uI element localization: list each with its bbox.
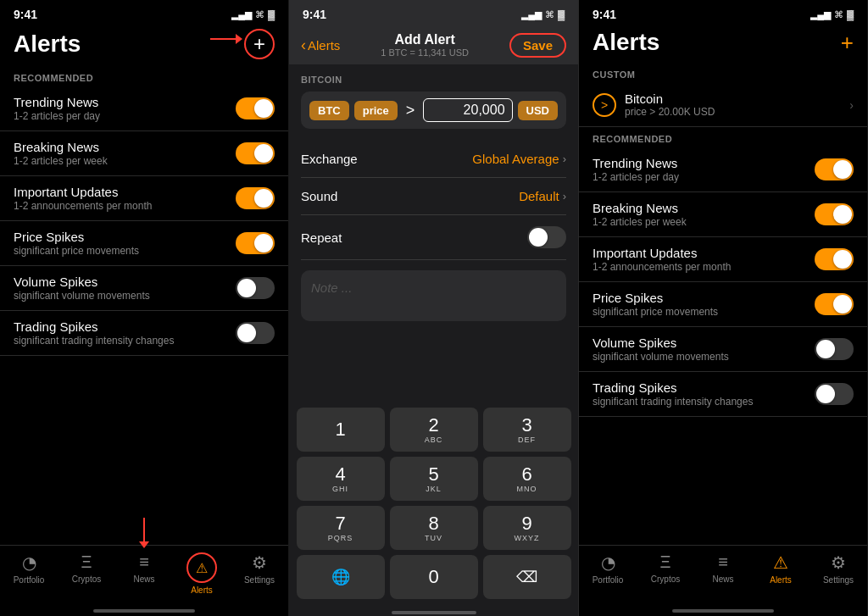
chevron-left-icon: ‹ (301, 36, 306, 54)
toggle-breaking-news-right[interactable] (815, 203, 854, 225)
toggle-trending-news[interactable] (236, 97, 275, 119)
left-panel: 9:41 ▂▄▆ ⌘ ▓ Alerts RECOMMENDED Trending… (0, 0, 289, 616)
home-indicator-mid (392, 611, 476, 614)
alert-sub: 1-2 announcements per month (14, 200, 152, 212)
alert-item-trending-news: Trending News 1-2 articles per day (0, 86, 288, 131)
key-delete[interactable]: ⌫ (483, 555, 571, 599)
repeat-label: Repeat (301, 230, 342, 245)
toggle-price-spikes-right[interactable] (815, 293, 854, 315)
tab-label: Settings (244, 575, 275, 585)
alert-item-price-spikes-right: Price Spikes significant price movements (579, 282, 867, 327)
repeat-toggle[interactable] (527, 226, 566, 248)
keyboard-row-1: 1 2ABC 3DEF (294, 408, 573, 452)
alert-name: Important Updates (593, 246, 731, 260)
toggle-important-updates[interactable] (236, 187, 275, 209)
key-3[interactable]: 3DEF (483, 408, 571, 452)
key-0[interactable]: 0 (390, 555, 478, 599)
toggle-trading-spikes-right[interactable] (815, 383, 854, 405)
toggle-price-spikes[interactable] (236, 232, 275, 254)
alert-item-trading-spikes: Trading Spikes significant trading inten… (0, 311, 288, 356)
formula-value-input[interactable] (423, 98, 512, 122)
key-5[interactable]: 5JKL (390, 457, 478, 501)
alert-name: Price Spikes (14, 230, 139, 244)
alert-sub: significant trading intensity changes (593, 396, 753, 408)
tab-news-right[interactable]: ≡ News (694, 552, 752, 584)
keyboard-row-4: 🌐 0 ⌫ (294, 555, 573, 599)
alert-name: Trading Spikes (14, 319, 174, 334)
keyboard-row-2: 4GHI 5JKL 6MNO (294, 457, 573, 501)
time-mid: 9:41 (303, 8, 326, 21)
nav-bar-mid: ‹ Alerts Add Alert 1 BTC = 11,341 USD Sa… (289, 25, 578, 64)
add-button-right[interactable]: + (841, 30, 854, 56)
key-7[interactable]: 7PQRS (297, 506, 385, 550)
exchange-row[interactable]: Exchange Global Average › (301, 141, 566, 178)
formula-currency-tag[interactable]: USD (518, 101, 558, 120)
toggle-trading-spikes[interactable] (236, 322, 275, 344)
custom-bitcoin-item[interactable]: > Bitcoin price > 20.00K USD › (579, 83, 867, 127)
save-button[interactable]: Save (509, 33, 566, 58)
wifi-icon: ⌘ (255, 9, 264, 20)
alert-item-volume-spikes: Volume Spikes significant volume movemen… (0, 266, 288, 311)
nav-title-mid: Add Alert 1 BTC = 11,341 USD (340, 32, 509, 58)
tab-label: Portfolio (593, 575, 624, 585)
toggle-trending-news-right[interactable] (815, 158, 854, 180)
add-alert-button[interactable] (244, 29, 275, 59)
toggle-important-updates-right[interactable] (815, 248, 854, 270)
middle-panel: 9:41 ▂▄▆ ⌘ ▓ ‹ Alerts Add Alert 1 BTC = … (289, 0, 579, 616)
tab-news-left[interactable]: ≡ News (115, 552, 173, 584)
page-title-left: Alerts (14, 31, 81, 58)
cryptos-icon: Ξ (81, 552, 92, 572)
alert-name: Breaking News (593, 201, 687, 215)
key-4[interactable]: 4GHI (297, 457, 385, 501)
tab-label: News (133, 574, 154, 584)
greater-than-icon: > (601, 98, 608, 112)
sound-row[interactable]: Sound Default › (301, 178, 566, 215)
alert-sub: significant volume movements (593, 351, 729, 363)
nav-bar-left: Alerts (0, 25, 288, 66)
toggle-volume-spikes[interactable] (236, 277, 275, 299)
key-9[interactable]: 9WXYZ (483, 506, 571, 550)
tab-cryptos-right[interactable]: Ξ Cryptos (637, 552, 694, 584)
news-icon: ≡ (139, 552, 149, 572)
tab-settings-right[interactable]: ⚙ Settings (810, 552, 867, 585)
toggle-breaking-news[interactable] (236, 142, 275, 164)
key-globe[interactable]: 🌐 (297, 555, 385, 599)
home-indicator-right (672, 609, 774, 613)
note-field[interactable]: Note ... (301, 270, 566, 321)
tab-portfolio-left[interactable]: ◔ Portfolio (0, 552, 58, 585)
alert-name: Volume Spikes (14, 275, 150, 289)
alert-list-right: Trending News 1-2 articles per day Break… (579, 147, 867, 545)
back-button[interactable]: ‹ Alerts (301, 36, 340, 54)
back-label: Alerts (308, 38, 340, 53)
custom-section-header: CUSTOM (579, 63, 867, 83)
alert-item-price-spikes: Price Spikes significant price movements (0, 221, 288, 266)
key-8[interactable]: 8TUV (390, 506, 478, 550)
exchange-label: Exchange (301, 152, 358, 166)
alerts-icon-right: ⚠ (773, 552, 788, 573)
key-6[interactable]: 6MNO (483, 457, 571, 501)
alert-item-breaking-news: Breaking News 1-2 articles per week (0, 131, 288, 176)
keyboard-row-3: 7PQRS 8TUV 9WXYZ (294, 506, 573, 550)
alert-name: Breaking News (14, 140, 108, 154)
tab-settings-left[interactable]: ⚙ Settings (231, 552, 288, 585)
battery-icon-mid: ▓ (558, 9, 565, 19)
chevron-right-icon: › (563, 153, 566, 165)
alert-sub: 1-2 articles per week (14, 155, 108, 167)
formula-operator: > (403, 102, 419, 119)
portfolio-icon: ◔ (22, 552, 36, 573)
formula-coin-tag[interactable]: BTC (309, 101, 349, 120)
status-bar-left: 9:41 ▂▄▆ ⌘ ▓ (0, 0, 288, 25)
key-1[interactable]: 1 (297, 408, 385, 452)
tab-label: News (712, 574, 733, 584)
tab-alerts-left[interactable]: ⚠ Alerts (173, 552, 231, 595)
key-2[interactable]: 2ABC (390, 408, 478, 452)
alert-name: Price Spikes (593, 291, 718, 305)
toggle-volume-spikes-right[interactable] (815, 338, 854, 360)
alert-item-trending-news-right: Trending News 1-2 articles per day (579, 147, 867, 192)
tab-alerts-right[interactable]: ⚠ Alerts (752, 552, 810, 585)
tab-cryptos-left[interactable]: Ξ Cryptos (58, 552, 115, 584)
formula-field-tag[interactable]: price (354, 101, 398, 120)
tab-portfolio-right[interactable]: ◔ Portfolio (579, 552, 637, 585)
chevron-right-icon-bitcoin: › (849, 98, 854, 112)
cryptos-icon-right: Ξ (660, 552, 671, 572)
